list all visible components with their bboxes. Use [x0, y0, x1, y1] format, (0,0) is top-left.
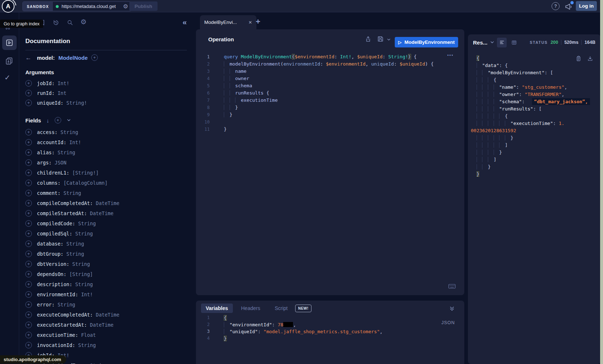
endpoint-url-box[interactable]: https://metadata.cloud.get ⚙: [53, 2, 131, 11]
add-argument-icon[interactable]: +: [25, 100, 32, 106]
login-button[interactable]: Log in: [576, 1, 597, 11]
field-row[interactable]: + childrenL1: [String!]: [25, 168, 189, 178]
field-row[interactable]: + invocationId: String: [25, 340, 189, 350]
code-line[interactable]: ]: [471, 156, 600, 163]
field-row[interactable]: + executeStartedAt: DateTime: [25, 320, 189, 330]
add-field-icon[interactable]: +: [25, 281, 32, 288]
code-line[interactable]: 2 modelByEnvironment(environmentId: $env…: [196, 60, 464, 68]
search-icon[interactable]: [67, 19, 74, 26]
help-icon[interactable]: ?: [552, 2, 560, 10]
save-options-chevron-icon[interactable]: [387, 38, 391, 42]
collapse-variables-icon[interactable]: [449, 306, 455, 311]
add-field-icon[interactable]: +: [25, 180, 32, 186]
code-line[interactable]: 0023620128631592: [471, 127, 600, 134]
code-line[interactable]: ]: [471, 142, 600, 149]
tab-headers[interactable]: Headers: [236, 304, 265, 313]
field-row[interactable]: + executionTime: Float: [25, 330, 189, 340]
code-line[interactable]: 1{: [196, 314, 464, 321]
code-line[interactable]: 4}: [196, 335, 464, 342]
chevron-down-icon[interactable]: [67, 118, 71, 122]
field-row[interactable]: + columns: [CatalogColumn]: [25, 178, 189, 188]
field-row[interactable]: + environmentId: Int!: [25, 289, 189, 300]
add-field-icon[interactable]: +: [25, 170, 32, 176]
keyboard-shortcuts-icon[interactable]: [448, 284, 456, 289]
endpoint-url-input[interactable]: https://metadata.cloud.get: [62, 4, 120, 9]
code-line[interactable]: "executionTime": 1.: [471, 120, 600, 127]
add-field-icon[interactable]: +: [25, 271, 32, 277]
sort-down-icon[interactable]: ↓: [46, 118, 49, 123]
code-line[interactable]: "runResults": [: [471, 105, 600, 113]
add-field-icon[interactable]: +: [25, 149, 32, 156]
add-field-icon[interactable]: +: [25, 159, 32, 166]
sidebar-item-explorer[interactable]: [2, 35, 17, 50]
new-tab-icon[interactable]: +: [256, 18, 260, 26]
add-field-icon[interactable]: +: [25, 240, 32, 247]
add-argument-icon[interactable]: +: [25, 80, 32, 87]
add-field-icon[interactable]: +: [25, 322, 32, 328]
field-row[interactable]: + error: String: [25, 300, 189, 310]
add-field-icon[interactable]: +: [25, 291, 32, 298]
add-field-icon[interactable]: +: [25, 301, 32, 308]
sidebar-item-schema[interactable]: [5, 57, 13, 65]
code-line[interactable]: "owner": "TRANSFORMER",: [471, 91, 600, 98]
argument-row[interactable]: + runId: Int: [25, 88, 189, 98]
add-field-icon[interactable]: +: [25, 251, 32, 257]
announcements-button[interactable]: [564, 2, 573, 11]
tab-script[interactable]: Script: [270, 304, 292, 313]
field-row[interactable]: + compiledCode: String: [25, 218, 189, 229]
endpoint-settings-icon[interactable]: ⚙: [123, 4, 128, 9]
add-field-icon[interactable]: +: [25, 129, 32, 135]
code-line[interactable]: }: [471, 134, 600, 142]
code-line[interactable]: 11}: [196, 126, 464, 133]
apollo-logo[interactable]: A: [2, 0, 14, 13]
field-row[interactable]: + database: String: [25, 239, 189, 249]
publish-button[interactable]: Publish: [129, 1, 158, 11]
history-icon[interactable]: [53, 19, 59, 26]
code-line[interactable]: }: [471, 171, 600, 178]
code-line[interactable]: "schema": “dbt_mary_jackson”,: [471, 98, 600, 105]
save-icon[interactable]: [377, 35, 384, 42]
field-row[interactable]: + compileStartedAt: DateTime: [25, 208, 189, 218]
code-line[interactable]: 8 }: [196, 104, 464, 111]
code-line[interactable]: 3 "uniqueId": "model.jaffle_shop_metrics…: [196, 328, 464, 335]
code-line[interactable]: }: [471, 163, 600, 171]
query-editor[interactable]: 1query ModelByEnvironment($environmentId…: [196, 53, 464, 133]
code-line[interactable]: "name": "stg_customers",: [471, 84, 600, 91]
code-line[interactable]: 3 name: [196, 68, 464, 75]
tab-variables[interactable]: Variables: [201, 304, 233, 313]
collapse-panel-icon[interactable]: «: [183, 18, 187, 26]
field-row[interactable]: + compileCompletedAt: DateTime: [25, 198, 189, 208]
code-line[interactable]: 9 }: [196, 111, 464, 118]
add-field-icon[interactable]: +: [25, 200, 32, 206]
code-line[interactable]: "modelByEnvironment": [: [471, 69, 600, 76]
code-line[interactable]: 4 owner: [196, 75, 464, 82]
add-to-query-icon[interactable]: +: [91, 54, 98, 61]
code-line[interactable]: {: [471, 76, 600, 84]
copy-response-icon[interactable]: [575, 55, 582, 62]
tab-modelbyenvironment[interactable]: ModelByEnvi... ✕: [200, 15, 256, 29]
code-line[interactable]: 1query ModelByEnvironment($environmentId…: [196, 53, 464, 60]
add-argument-icon[interactable]: +: [25, 90, 32, 96]
add-field-icon[interactable]: +: [25, 190, 32, 196]
add-all-fields-icon[interactable]: +: [55, 117, 61, 124]
share-icon[interactable]: [365, 35, 372, 42]
table-view-button[interactable]: [509, 38, 519, 47]
code-line[interactable]: }: [471, 149, 600, 156]
add-field-icon[interactable]: +: [25, 261, 32, 267]
settings-gear-icon[interactable]: ⚙: [80, 18, 87, 25]
operation-menu-icon[interactable]: •••: [447, 53, 454, 57]
field-row[interactable]: + alias: String: [25, 147, 189, 158]
field-row[interactable]: + dbtVersion: String: [25, 259, 189, 269]
field-row[interactable]: + dbtGroup: String: [25, 249, 189, 259]
field-row[interactable]: + compiledSql: String: [25, 229, 189, 239]
response-dropdown-chevron-icon[interactable]: [490, 40, 494, 45]
field-row[interactable]: + access: String: [25, 127, 189, 137]
variables-editor[interactable]: 1{2 "environmentId": 78,3 "uniqueId": "m…: [196, 314, 464, 342]
add-field-icon[interactable]: +: [25, 230, 32, 237]
add-field-icon[interactable]: +: [25, 220, 32, 227]
add-field-icon[interactable]: +: [25, 342, 32, 348]
raw-view-button[interactable]: [497, 38, 507, 47]
response-json[interactable]: { "data": { "modelByEnvironment": [ { "n…: [471, 55, 600, 178]
field-row[interactable]: + comment: String: [25, 188, 189, 198]
code-line[interactable]: "data": {: [471, 62, 600, 69]
